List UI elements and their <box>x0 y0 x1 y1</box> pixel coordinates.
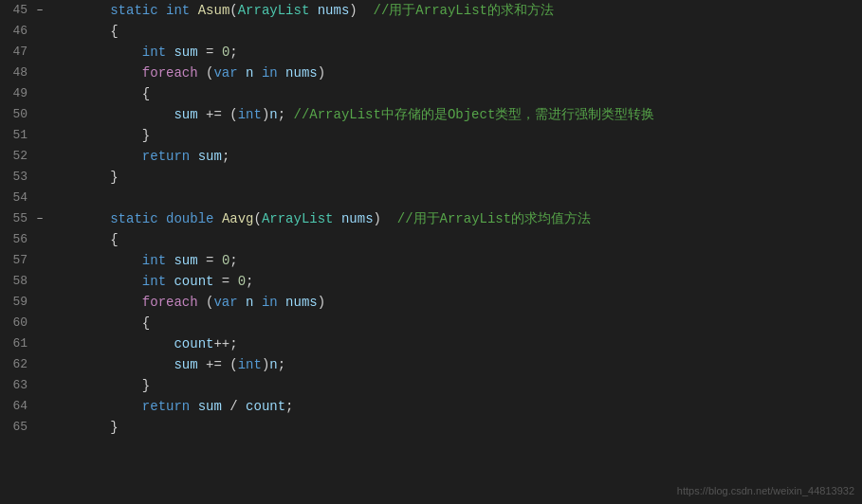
token-plain: ; <box>278 107 294 122</box>
code-line[interactable]: { <box>46 83 862 104</box>
token-plain: += ( <box>198 107 238 122</box>
token-plain: = <box>198 45 222 60</box>
line-number: 59 <box>0 292 33 313</box>
code-line[interactable]: int sum = 0; <box>46 250 862 271</box>
line-number: 55 <box>0 208 33 229</box>
line-row: 46 { <box>0 21 862 42</box>
code-line[interactable]: int count = 0; <box>46 271 862 292</box>
token-kw: var <box>213 65 237 81</box>
token-plain: { <box>110 24 118 39</box>
line-number: 50 <box>0 104 33 125</box>
token-plain: = <box>213 274 237 289</box>
line-row: 50 sum += (int)n; //ArrayList中存储的是Object… <box>0 104 862 125</box>
token-var: sum <box>198 399 222 414</box>
code-line[interactable]: } <box>46 375 862 396</box>
code-line[interactable]: return sum; <box>46 146 862 167</box>
token-var: sum <box>174 357 197 372</box>
token-plain: } <box>110 170 118 185</box>
line-row: 45− static int Asum(ArrayList nums) //用于… <box>0 0 862 21</box>
token-plain: / <box>222 399 246 414</box>
token-var: count <box>174 274 213 289</box>
code-line[interactable]: sum += (int)n; <box>46 354 862 375</box>
line-number: 61 <box>0 333 33 354</box>
token-plain <box>158 3 166 18</box>
code-line[interactable]: } <box>46 167 862 188</box>
token-plain: ( <box>198 65 214 81</box>
code-line[interactable]: { <box>46 229 862 250</box>
line-number: 64 <box>0 396 33 417</box>
token-class-ref: ArrayList <box>238 3 310 18</box>
token-plain <box>190 399 197 414</box>
line-number: 47 <box>0 42 33 63</box>
code-line[interactable]: { <box>46 21 862 42</box>
code-line[interactable]: count++; <box>46 333 862 354</box>
code-line[interactable]: foreach (var n in nums) <box>46 292 862 313</box>
token-plain: ; <box>285 399 293 414</box>
fold-indicator[interactable]: − <box>33 213 46 225</box>
code-line[interactable] <box>46 188 862 208</box>
token-kw: in <box>262 65 278 81</box>
token-kw: static <box>110 3 157 18</box>
code-line[interactable]: { <box>46 313 862 333</box>
watermark: https://blog.csdn.net/weixin_44813932 <box>677 485 854 496</box>
line-row: 65 } <box>0 417 862 438</box>
code-line[interactable]: int sum = 0; <box>46 42 862 63</box>
token-var: nums <box>285 65 318 81</box>
code-line[interactable]: static double Aavg(ArrayList nums) //用于A… <box>46 208 862 229</box>
token-var: nums <box>285 295 318 310</box>
code-line[interactable]: } <box>46 125 862 146</box>
line-row: 63 } <box>0 375 862 396</box>
code-line[interactable]: return sum / count; <box>46 396 862 417</box>
token-num: 0 <box>238 274 246 289</box>
line-row: 62 sum += (int)n; <box>0 354 862 375</box>
token-kw: var <box>213 295 237 310</box>
token-fn: Asum <box>198 3 230 18</box>
line-row: 54 <box>0 188 862 208</box>
token-plain <box>309 3 317 18</box>
token-plain: ; <box>246 274 253 289</box>
token-plain: ) <box>318 295 325 310</box>
token-var: n <box>269 107 277 122</box>
token-plain <box>190 3 197 18</box>
token-var: count <box>246 399 285 414</box>
token-plain: ; <box>229 253 237 268</box>
token-plain: = <box>198 253 222 268</box>
code-line[interactable]: sum += (int)n; //ArrayList中存储的是Object类型，… <box>46 104 862 125</box>
token-plain: ( <box>198 295 214 310</box>
line-row: 59 foreach (var n in nums) <box>0 292 862 313</box>
line-row: 52 return sum; <box>0 146 862 167</box>
line-row: 58 int count = 0; <box>0 271 862 292</box>
line-row: 55− static double Aavg(ArrayList nums) /… <box>0 208 862 229</box>
token-comment: //ArrayList中存储的是Object类型，需进行强制类型转换 <box>294 107 655 122</box>
token-var: sum <box>198 149 222 164</box>
token-plain <box>158 211 166 226</box>
code-line[interactable]: } <box>46 417 862 438</box>
token-plain: ) <box>318 65 325 81</box>
token-plain: { <box>110 232 118 247</box>
token-plain: ++; <box>213 336 237 351</box>
token-class-ref: ArrayList <box>262 211 334 226</box>
code-editor: 45− static int Asum(ArrayList nums) //用于… <box>0 0 862 504</box>
line-row: 64 return sum / count; <box>0 396 862 417</box>
line-number: 65 <box>0 417 33 438</box>
token-kw: static <box>110 211 157 226</box>
token-comment: //用于ArrayList的求和方法 <box>374 3 554 18</box>
token-plain: { <box>142 315 150 331</box>
token-kw: return <box>142 149 190 164</box>
fold-indicator[interactable]: − <box>33 5 46 16</box>
line-row: 47 int sum = 0; <box>0 42 862 63</box>
token-plain: ( <box>253 211 261 226</box>
line-number: 51 <box>0 125 33 146</box>
token-kw: return <box>142 399 190 414</box>
code-line[interactable]: static int Asum(ArrayList nums) //用于Arra… <box>46 0 862 21</box>
token-plain: { <box>142 86 150 101</box>
line-number: 56 <box>0 229 33 250</box>
token-plain <box>238 65 246 81</box>
token-var: count <box>174 336 213 351</box>
token-kw2: foreach <box>142 65 198 81</box>
code-line[interactable]: foreach (var n in nums) <box>46 63 862 83</box>
line-row: 49 { <box>0 83 862 104</box>
line-row: 61 count++; <box>0 333 862 354</box>
token-plain <box>253 65 261 81</box>
token-kw: double <box>166 211 213 226</box>
